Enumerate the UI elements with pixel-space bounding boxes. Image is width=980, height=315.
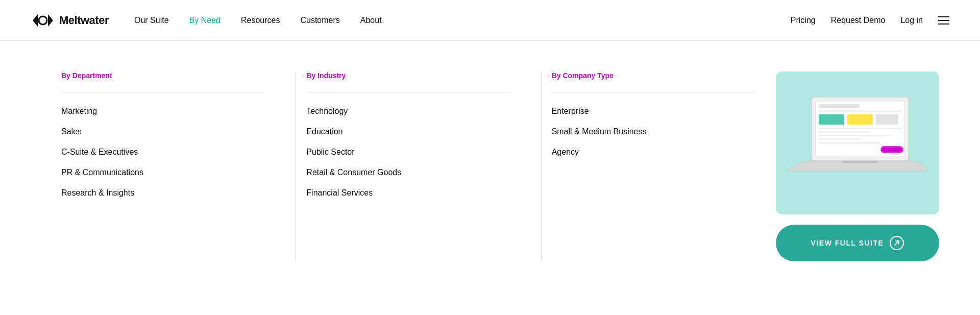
nav-item-our-suite[interactable]: Our Suite xyxy=(134,16,169,25)
divider-1 xyxy=(296,71,296,261)
request-demo-link[interactable]: Request Demo xyxy=(831,16,886,25)
main-nav: Our Suite By Need Resources Customers Ab… xyxy=(134,16,382,25)
list-item[interactable]: PR & Communications xyxy=(61,168,265,177)
hamburger-menu[interactable] xyxy=(938,16,949,25)
list-item[interactable]: Sales xyxy=(61,127,265,136)
nav-link-customers[interactable]: Customers xyxy=(300,16,339,25)
right-panel: VIEW FULL SUITE xyxy=(776,71,939,261)
agency-link[interactable]: Agency xyxy=(552,148,579,156)
logo-text: Meltwater xyxy=(59,14,109,27)
divider-2 xyxy=(541,71,542,261)
hamburger-line-1 xyxy=(938,16,949,17)
svg-rect-10 xyxy=(819,128,901,129)
svg-rect-8 xyxy=(847,114,873,125)
nav-links: Our Suite By Need Resources Customers Ab… xyxy=(134,16,382,25)
financial-services-link[interactable]: Financial Services xyxy=(306,188,373,197)
svg-marker-0 xyxy=(33,14,38,27)
header-right: Pricing Request Demo Log in xyxy=(791,16,949,25)
dropdown-panel: By Department Marketing Sales C-Suite & … xyxy=(0,41,980,302)
svg-rect-13 xyxy=(819,138,860,140)
department-items: Marketing Sales C-Suite & Executives PR … xyxy=(61,107,265,198)
hamburger-line-2 xyxy=(938,20,949,21)
header: Meltwater Our Suite By Need Resources Cu… xyxy=(0,0,980,41)
nav-link-resources[interactable]: Resources xyxy=(241,16,280,25)
list-item[interactable]: Marketing xyxy=(61,107,265,116)
svg-rect-5 xyxy=(819,104,860,108)
svg-rect-11 xyxy=(819,131,870,133)
nav-link-our-suite[interactable]: Our Suite xyxy=(134,16,169,25)
sales-link[interactable]: Sales xyxy=(61,127,82,136)
list-item[interactable]: C-Suite & Executives xyxy=(61,148,265,157)
education-link[interactable]: Education xyxy=(306,127,342,136)
marketing-link[interactable]: Marketing xyxy=(61,107,97,115)
svg-rect-17 xyxy=(842,161,878,163)
by-industry-section: By Industry Technology Education Public … xyxy=(306,71,530,261)
department-divider xyxy=(61,92,265,92)
list-item[interactable]: Technology xyxy=(306,107,510,116)
nav-item-by-need[interactable]: By Need xyxy=(189,16,220,25)
laptop-card xyxy=(776,71,939,214)
nav-item-about[interactable]: About xyxy=(360,16,382,25)
hamburger-line-3 xyxy=(938,23,949,25)
by-department-section: By Department Marketing Sales C-Suite & … xyxy=(61,71,285,261)
by-industry-title: By Industry xyxy=(306,71,510,80)
company-type-items: Enterprise Small & Medium Business Agenc… xyxy=(552,107,755,157)
pricing-link[interactable]: Pricing xyxy=(791,16,816,25)
public-sector-link[interactable]: Public Sector xyxy=(306,148,354,156)
pr-communications-link[interactable]: PR & Communications xyxy=(61,168,143,177)
svg-rect-16 xyxy=(882,148,902,152)
svg-rect-7 xyxy=(819,114,844,125)
list-item[interactable]: Education xyxy=(306,127,510,136)
industry-items: Technology Education Public Sector Retai… xyxy=(306,107,510,198)
list-item[interactable]: Research & Insights xyxy=(61,188,265,198)
svg-marker-1 xyxy=(48,14,53,27)
nav-item-customers[interactable]: Customers xyxy=(300,16,339,25)
list-item[interactable]: Agency xyxy=(552,148,755,157)
enterprise-link[interactable]: Enterprise xyxy=(552,107,589,115)
by-company-type-title: By Company Type xyxy=(552,71,755,80)
list-item[interactable]: Enterprise xyxy=(552,107,755,116)
laptop-illustration xyxy=(786,87,929,199)
smb-link[interactable]: Small & Medium Business xyxy=(552,127,647,136)
nav-item-resources[interactable]: Resources xyxy=(241,16,280,25)
retail-consumer-goods-link[interactable]: Retail & Consumer Goods xyxy=(306,168,401,177)
nav-link-about[interactable]: About xyxy=(360,16,382,25)
logo[interactable]: Meltwater xyxy=(31,12,109,29)
login-link[interactable]: Log in xyxy=(900,16,923,25)
list-item[interactable]: Small & Medium Business xyxy=(552,127,755,136)
svg-rect-12 xyxy=(819,135,890,136)
by-company-type-section: By Company Type Enterprise Small & Mediu… xyxy=(552,71,776,261)
svg-rect-9 xyxy=(876,114,898,125)
industry-divider xyxy=(306,92,510,92)
by-department-title: By Department xyxy=(61,71,265,80)
svg-point-2 xyxy=(39,16,47,25)
view-full-suite-label: VIEW FULL SUITE xyxy=(811,239,884,247)
c-suite-link[interactable]: C-Suite & Executives xyxy=(61,148,138,156)
svg-rect-6 xyxy=(819,110,901,112)
nav-link-by-need[interactable]: By Need xyxy=(189,16,220,25)
meltwater-logo-icon xyxy=(31,12,55,29)
arrow-circle-icon xyxy=(890,236,904,250)
list-item[interactable]: Public Sector xyxy=(306,148,510,157)
list-item[interactable]: Financial Services xyxy=(306,188,510,198)
list-item[interactable]: Retail & Consumer Goods xyxy=(306,168,510,177)
company-divider xyxy=(552,92,755,92)
technology-link[interactable]: Technology xyxy=(306,107,348,115)
view-full-suite-button[interactable]: VIEW FULL SUITE xyxy=(776,225,939,261)
header-left: Meltwater Our Suite By Need Resources Cu… xyxy=(31,12,382,29)
research-insights-link[interactable]: Research & Insights xyxy=(61,188,134,197)
svg-rect-14 xyxy=(819,142,880,143)
